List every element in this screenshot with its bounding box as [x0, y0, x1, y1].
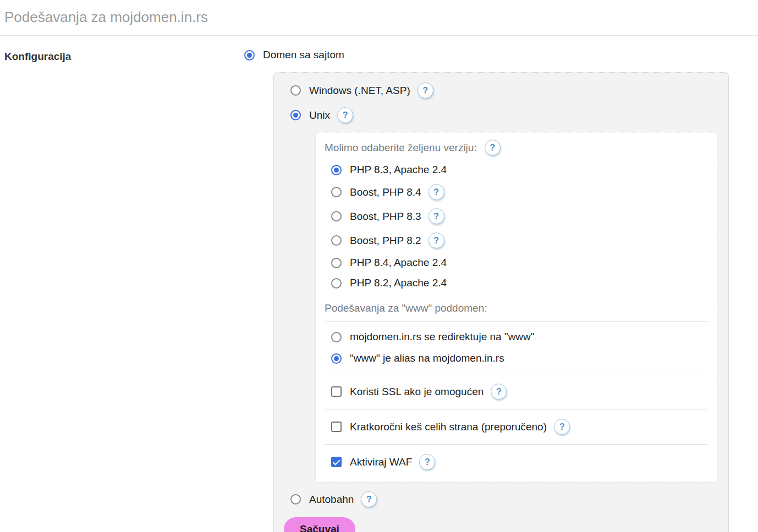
help-icon[interactable]: ?: [491, 384, 507, 400]
radio-version-php83-apache[interactable]: [331, 165, 342, 175]
option-page-cache[interactable]: Kratkoročni keš celih strana (preporučen…: [331, 419, 708, 435]
option-version-boost-php83[interactable]: Boost, PHP 8.3 ?: [331, 208, 708, 224]
help-icon[interactable]: ?: [429, 232, 444, 248]
option-use-ssl[interactable]: Koristi SSL ako je omogućen ?: [331, 384, 708, 400]
divider: [325, 374, 708, 374]
help-icon[interactable]: ?: [361, 491, 377, 507]
option-label: Boost, PHP 8.2: [350, 235, 421, 247]
version-heading: Molimo odaberite željenu verziju:: [325, 142, 477, 154]
option-version-php82-apache[interactable]: PHP 8.2, Apache 2.4: [331, 277, 708, 289]
help-icon[interactable]: ?: [485, 140, 501, 156]
option-label: Autobahn: [309, 494, 354, 506]
help-icon[interactable]: ?: [554, 419, 570, 435]
option-label: Boost, PHP 8.4: [350, 186, 421, 198]
option-version-php83-apache[interactable]: PHP 8.3, Apache 2.4: [331, 164, 708, 176]
radio-os-autobahn[interactable]: [290, 494, 301, 505]
option-label: Windows (.NET, ASP): [309, 85, 410, 97]
option-label: PHP 8.4, Apache 2.4: [350, 257, 447, 269]
option-label: Domen sa sajtom: [263, 49, 344, 61]
option-label: PHP 8.3, Apache 2.4: [350, 164, 447, 176]
option-www-redirect[interactable]: mojdomen.in.rs se redirektuje na "www": [331, 331, 708, 343]
radio-version-boost-php82[interactable]: [331, 235, 342, 246]
radio-domain-with-site[interactable]: [244, 50, 255, 60]
radio-version-boost-php83[interactable]: [331, 211, 342, 221]
www-subdomain-heading: Podešavanja za "www" poddomen:: [325, 302, 708, 314]
radio-os-windows[interactable]: [290, 85, 301, 96]
help-icon[interactable]: ?: [419, 454, 435, 470]
option-label: Boost, PHP 8.3: [350, 210, 421, 223]
site-config-panel: Windows (.NET, ASP) ? Unix ? Molimo odab…: [273, 72, 729, 532]
option-label: "www" je alias na mojdomen.in.rs: [350, 352, 504, 364]
title-divider: [0, 35, 758, 36]
option-os-unix[interactable]: Unix ?: [290, 107, 728, 123]
checkbox-activate-waf[interactable]: [331, 457, 342, 467]
radio-os-unix[interactable]: [290, 110, 301, 120]
option-label: Kratkoročni keš celih strana (preporučen…: [350, 421, 547, 433]
option-version-php84-apache[interactable]: PHP 8.4, Apache 2.4: [331, 257, 708, 269]
configuration-content: Domen sa sajtom Windows (.NET, ASP) ? Un…: [244, 49, 758, 532]
configuration-form: Konfiguracija Domen sa sajtom Windows (.…: [0, 49, 758, 532]
checkbox-use-ssl[interactable]: [331, 386, 342, 397]
divider: [325, 409, 708, 409]
option-os-windows[interactable]: Windows (.NET, ASP) ?: [290, 82, 728, 98]
option-domain-with-site[interactable]: Domen sa sajtom: [244, 49, 758, 61]
option-os-autobahn[interactable]: Autobahn ?: [290, 491, 728, 507]
radio-version-boost-php84[interactable]: [331, 187, 342, 197]
page-title: Podešavanja za mojdomen.in.rs: [0, 0, 758, 26]
option-label: Unix: [309, 109, 330, 121]
unix-settings-panel: Molimo odaberite željenu verziju: ? PHP …: [315, 132, 717, 483]
option-version-boost-php82[interactable]: Boost, PHP 8.2 ?: [331, 232, 708, 248]
save-button[interactable]: Sačuvaj: [284, 517, 355, 532]
divider: [325, 444, 708, 445]
help-icon[interactable]: ?: [337, 107, 353, 123]
option-activate-waf[interactable]: Aktiviraj WAF ?: [331, 454, 708, 470]
radio-version-php82-apache[interactable]: [331, 278, 342, 289]
option-www-alias[interactable]: "www" je alias na mojdomen.in.rs: [331, 352, 708, 364]
radio-www-alias[interactable]: [331, 353, 342, 364]
option-label: Aktiviraj WAF: [350, 456, 412, 468]
option-label: mojdomen.in.rs se redirektuje na "www": [350, 331, 535, 343]
configuration-label: Konfiguracija: [0, 49, 244, 532]
version-heading-row: Molimo odaberite željenu verziju: ?: [325, 140, 708, 156]
help-icon[interactable]: ?: [429, 184, 444, 200]
help-icon[interactable]: ?: [418, 82, 433, 98]
divider: [325, 321, 708, 322]
option-label: Koristi SSL ako je omogućen: [350, 386, 484, 398]
radio-version-php84-apache[interactable]: [331, 258, 342, 268]
checkbox-page-cache[interactable]: [331, 422, 342, 432]
radio-www-redirect[interactable]: [331, 332, 342, 342]
help-icon[interactable]: ?: [429, 208, 444, 224]
option-version-boost-php84[interactable]: Boost, PHP 8.4 ?: [331, 184, 708, 200]
option-label: PHP 8.2, Apache 2.4: [350, 277, 447, 289]
